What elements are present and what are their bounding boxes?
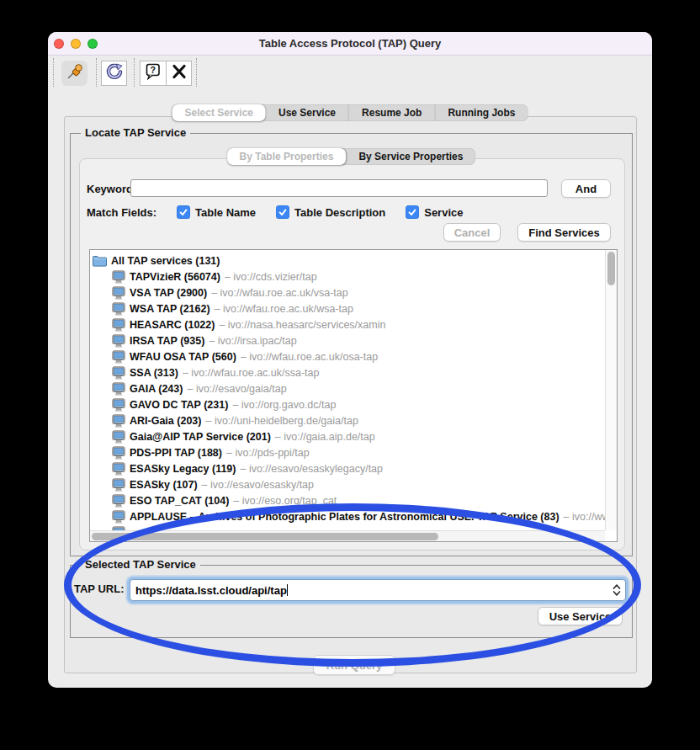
vertical-scrollbar[interactable]	[605, 250, 617, 530]
tree-service-row[interactable]: WSA TAP (2162) – ivo://wfau.roe.ac.uk/ws…	[90, 301, 605, 316]
service-uri: – ivo://wfau.roe.ac.uk/osa-tap	[241, 351, 378, 363]
subtab-by-service-properties[interactable]: By Service Properties	[346, 148, 475, 165]
reload-button[interactable]	[101, 61, 127, 86]
service-name: VSA TAP (2900)	[130, 287, 207, 299]
main-tabbar: Select Service Use Service Resume Job Ru…	[172, 104, 528, 121]
service-monitor-icon	[112, 478, 125, 492]
tap-url-value[interactable]: https://data.lsst.cloud/api/tap	[130, 584, 609, 597]
selected-group-title: Selected TAP Service	[81, 558, 200, 571]
service-uri: – ivo://pds-ppi/tap	[226, 447, 310, 459]
horizontal-scrollbar[interactable]	[90, 530, 605, 541]
service-name: WSA TAP (2162)	[130, 303, 210, 315]
service-monitor-icon	[112, 286, 125, 300]
service-uri: – ivo://eso.org/tap_cat	[233, 495, 337, 507]
tree-service-row[interactable]: APPLAUSE – Archives of Photographic Plat…	[90, 508, 605, 524]
subtab-by-table-properties[interactable]: By Table Properties	[227, 148, 347, 165]
service-name: HEASARC (1022)	[130, 319, 215, 331]
tree-service-row[interactable]: GAIA (243) – ivo://esavo/gaia/tap	[90, 380, 605, 396]
service-monitor-icon	[112, 446, 125, 460]
tab-running-jobs[interactable]: Running Jobs	[434, 104, 528, 121]
service-tree-list[interactable]: All TAP services (131) TAPVizieR (56074)…	[89, 249, 618, 542]
desktop-background: Table Access Protocol (TAP) Query	[0, 0, 700, 750]
reload-icon	[106, 63, 123, 83]
help-icon: ?	[145, 63, 162, 83]
tab-select-service[interactable]: Select Service	[172, 104, 266, 121]
toolbar-separator	[53, 58, 54, 87]
close-dialog-button[interactable]	[166, 61, 192, 86]
checkmark-icon	[276, 205, 289, 219]
cancel-button[interactable]: Cancel	[443, 223, 501, 242]
service-name: ESO TAP_CAT (104)	[130, 495, 229, 507]
service-uri: – ivo://esavo/gaia/tap	[187, 383, 286, 395]
tree-root-row[interactable]: All TAP services (131)	[90, 253, 605, 269]
tree-service-row[interactable]: ESO TAP_CAT (104) – ivo://eso.org/tap_ca…	[90, 492, 605, 508]
tree-service-row[interactable]: SSA (313) – ivo://wfau.roe.ac.uk/ssa-tap	[90, 364, 605, 380]
locate-subtabbar: By Table Properties By Service Propertie…	[227, 148, 476, 165]
service-name: SSA (313)	[130, 367, 178, 379]
service-monitor-icon	[112, 270, 125, 284]
service-tree-items: All TAP services (131) TAPVizieR (56074)…	[90, 250, 605, 530]
service-name: ESASky (107)	[130, 479, 198, 491]
tree-service-row[interactable]: VSA TAP (2900) – ivo://wfau.roe.ac.uk/vs…	[90, 285, 605, 301]
service-name: TAPVizieR (56074)	[130, 271, 220, 283]
horizontal-scrollbar-thumb[interactable]	[92, 533, 438, 540]
tap-url-combobox[interactable]: https://data.lsst.cloud/api/tap	[130, 579, 626, 601]
tree-service-row-partial[interactable]	[90, 524, 605, 530]
service-uri: – ivo://www.p	[564, 511, 605, 523]
vertical-scrollbar-thumb[interactable]	[607, 252, 615, 285]
find-services-button[interactable]: Find Services	[517, 223, 611, 242]
tree-service-row[interactable]: TAPVizieR (56074) – ivo://cds.vizier/tap	[90, 269, 605, 285]
service-monitor-icon	[112, 430, 125, 444]
use-service-button[interactable]: Use Service	[538, 607, 623, 625]
service-uri: – ivo://nasa.heasarc/services/xamin	[219, 319, 385, 331]
service-uri: – ivo://wfau.roe.ac.uk/wsa-tap	[215, 303, 353, 315]
service-name: IRSA TAP (935)	[130, 335, 204, 347]
service-monitor-icon	[112, 510, 125, 524]
tree-service-row[interactable]: IRSA TAP (935) – ivo://irsa.ipac/tap	[90, 332, 605, 348]
window-titlebar[interactable]: Table Access Protocol (TAP) Query	[48, 32, 652, 56]
service-uri: – ivo://wfau.roe.ac.uk/vsa-tap	[211, 287, 348, 299]
tree-service-row[interactable]: WFAU OSA TAP (560) – ivo://wfau.roe.ac.u…	[90, 348, 605, 364]
tree-service-row[interactable]: HEASARC (1022) – ivo://nasa.heasarc/serv…	[90, 316, 605, 332]
selected-tap-service-group: Selected TAP Service TAP URL: https://da…	[70, 565, 633, 638]
service-name: GAIA (243)	[130, 383, 183, 395]
service-uri: – ivo://wfau.roe.ac.uk/ssa-tap	[183, 367, 320, 379]
tree-service-row[interactable]: GAVO DC TAP (231) – ivo://org.gavo.dc/ta…	[90, 396, 605, 412]
tree-service-row[interactable]: PDS-PPI TAP (188) – ivo://pds-ppi/tap	[90, 444, 605, 460]
stepper-icon[interactable]	[609, 581, 623, 599]
service-name: WFAU OSA TAP (560)	[130, 351, 236, 363]
keywords-input[interactable]	[130, 179, 548, 197]
service-monitor-icon	[112, 334, 125, 348]
pin-window-button[interactable]	[61, 61, 88, 86]
service-uri: – ivo://org.gavo.dc/tap	[232, 399, 336, 411]
folder-icon	[93, 255, 107, 267]
help-button[interactable]: ?	[140, 61, 166, 86]
toolbar-separator	[196, 58, 197, 87]
checkbox-table-name[interactable]: Table Name	[177, 205, 256, 219]
run-query-button[interactable]: Run Query	[313, 655, 395, 675]
pushpin-icon	[66, 62, 84, 84]
tab-use-service[interactable]: Use Service	[266, 104, 348, 121]
tree-service-row[interactable]: ESASky (107) – ivo://esavo/esasky/tap	[90, 476, 605, 492]
match-fields-row: Match Fields: Table Name Table Descri	[87, 204, 463, 221]
tap-url-label: TAP URL:	[74, 582, 124, 595]
main-panel: Locate TAP Service By Table Properties B…	[64, 116, 637, 673]
tab-resume-job[interactable]: Resume Job	[348, 104, 434, 121]
service-name: ARI-Gaia (203)	[130, 415, 201, 427]
tree-service-row[interactable]: ARI-Gaia (203) – ivo://uni-heidelberg.de…	[90, 412, 605, 428]
service-monitor-icon	[112, 462, 125, 476]
service-monitor-icon	[112, 318, 125, 332]
tree-service-row[interactable]: ESASky Legacy (119) – ivo://esavo/esasky…	[90, 460, 605, 476]
tree-service-row[interactable]: Gaia@AIP TAP Service (201) – ivo://gaia.…	[90, 428, 605, 444]
checkbox-label: Table Description	[294, 206, 385, 219]
and-button[interactable]: And	[561, 179, 611, 198]
checkbox-service[interactable]: Service	[406, 205, 463, 219]
checkbox-table-description[interactable]: Table Description	[276, 205, 385, 219]
service-monitor-icon	[112, 398, 125, 412]
close-icon	[171, 63, 188, 83]
by-table-properties-panel: Keywords: And Match Fields: Table Name	[79, 158, 625, 551]
service-monitor-icon	[112, 366, 125, 380]
service-name: Gaia@AIP TAP Service (201)	[130, 431, 271, 443]
service-name: GAVO DC TAP (231)	[130, 399, 228, 411]
toolbar-separator	[134, 58, 135, 87]
